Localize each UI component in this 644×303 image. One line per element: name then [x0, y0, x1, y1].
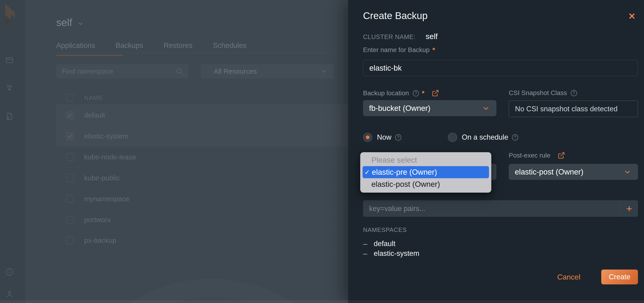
table-header: NAME — [56, 91, 381, 104]
namespace-table: NAME default elastic-system kube-node-le… — [56, 91, 381, 251]
post-exec-rule-select[interactable]: elastic-post (Owner) — [509, 164, 638, 180]
user-icon[interactable] — [5, 290, 14, 299]
labels-input[interactable] — [363, 204, 620, 213]
namespace-name: default — [84, 111, 105, 119]
search-input[interactable] — [56, 68, 176, 75]
external-link-icon[interactable] — [431, 89, 439, 97]
post-exec-rule-label-text: Post-exec rule — [509, 152, 550, 159]
backup-name-field — [363, 60, 638, 76]
row-checkbox[interactable] — [66, 111, 74, 119]
required-asterisk: * — [432, 46, 435, 54]
external-link-icon[interactable] — [557, 152, 565, 160]
menu-item-elastic-post[interactable]: elastic-post (Owner) — [360, 178, 491, 190]
selected-namespace-name: default — [374, 240, 395, 248]
info-icon[interactable] — [5, 268, 14, 276]
close-icon[interactable]: ✕ — [626, 11, 638, 22]
select-all-checkbox[interactable] — [66, 94, 74, 102]
drawer-title: Create Backup — [363, 10, 428, 22]
list-item: – default — [363, 239, 419, 249]
table-row[interactable]: px-backup — [56, 230, 381, 251]
namespace-name: elastic-system — [84, 132, 128, 140]
csi-snapshot-value-box: No CSI snapshot class detected — [509, 100, 638, 117]
check-icon: ✓ — [364, 168, 372, 176]
chevron-down-icon — [320, 68, 328, 75]
namespace-name: px-backup — [84, 236, 116, 244]
backup-name-label-text: Enter name for Backup — [363, 46, 430, 54]
drawer-footer: Cancel Create — [557, 268, 638, 286]
tab-schedules[interactable]: Schedules — [213, 41, 246, 55]
cluster-name-label: CLUSTER NAME: — [363, 34, 416, 41]
radio-now[interactable] — [363, 133, 372, 142]
resource-filter-value: All Resources — [214, 68, 257, 75]
cluster-name-text: self — [56, 17, 72, 28]
add-label-button[interactable]: + — [620, 200, 638, 217]
selected-namespace-name: elastic-system — [374, 249, 419, 258]
tab-backups[interactable]: Backups — [116, 41, 143, 55]
table-row[interactable]: elastic-system — [56, 126, 381, 146]
radio-on-schedule-label: On a schedule — [462, 133, 508, 142]
table-row[interactable]: portworx — [56, 209, 381, 230]
csi-snapshot-value: No CSI snapshot class detected — [515, 105, 618, 113]
radio-option-on-schedule[interactable]: On a schedule — [448, 133, 518, 142]
dash-icon: – — [363, 249, 374, 258]
help-icon[interactable] — [395, 134, 401, 140]
table-row[interactable]: kube-public — [56, 167, 381, 188]
license-certificate-icon[interactable] — [5, 112, 14, 121]
tab-restores[interactable]: Restores — [164, 41, 192, 55]
list-item: – elastic-system — [363, 249, 419, 258]
menu-item-elastic-pre[interactable]: ✓ elastic-pre (Owner) — [362, 166, 489, 178]
table-row[interactable]: default — [56, 104, 381, 126]
row-checkbox[interactable] — [66, 216, 74, 224]
row-checkbox[interactable] — [66, 236, 74, 244]
namespace-name: mynamespace — [84, 195, 130, 203]
create-button[interactable]: Create — [601, 270, 638, 284]
create-backup-drawer: Create Backup ✕ CLUSTER NAME: self Enter… — [348, 0, 644, 303]
post-exec-rule-label: Post-exec rule — [509, 152, 565, 160]
row-checkbox[interactable] — [66, 174, 74, 182]
csi-snapshot-label-text: CSI Snapshot Class — [509, 89, 567, 97]
backup-name-input[interactable] — [363, 60, 638, 76]
namespaces-section-label: NAMESPACES — [363, 226, 407, 234]
cluster-name-value: self — [426, 32, 438, 41]
page-title[interactable]: self — [56, 17, 84, 28]
radio-option-now[interactable]: Now — [363, 133, 401, 142]
namespace-name: kube-public — [84, 174, 120, 182]
backup-labels-field: + — [363, 200, 638, 217]
name-column-header: NAME — [84, 94, 103, 102]
horizontal-scrollbar[interactable] — [0, 300, 644, 303]
portworx-logo[interactable] — [5, 4, 15, 28]
radio-tower-icon[interactable] — [5, 83, 14, 92]
cancel-button[interactable]: Cancel — [557, 273, 580, 282]
row-checkbox[interactable] — [66, 132, 74, 140]
backup-location-value: fb-bucket (Owner) — [369, 104, 430, 113]
row-checkbox[interactable] — [66, 153, 74, 161]
chevron-down-icon — [482, 104, 490, 113]
namespace-name: portworx — [84, 216, 111, 224]
namespace-search — [56, 64, 188, 78]
cluster-name-row: CLUSTER NAME: self — [363, 32, 438, 41]
help-icon[interactable] — [413, 90, 419, 96]
backup-name-label: Enter name for Backup* — [363, 46, 435, 54]
backup-location-select[interactable]: fb-bucket (Owner) — [363, 100, 496, 116]
radio-now-label: Now — [377, 133, 391, 142]
namespace-name: kube-node-lease — [84, 153, 136, 161]
schedule-radio-group: Now On a schedule — [363, 132, 638, 142]
resource-filter-select[interactable]: All Resources — [201, 64, 334, 78]
row-checkbox[interactable] — [66, 195, 74, 203]
menu-item-placeholder[interactable]: Please select — [360, 154, 491, 166]
tab-applications[interactable]: Applications — [56, 41, 95, 55]
backup-location-label: Backup location* — [363, 89, 439, 97]
table-row[interactable]: mynamespace — [56, 188, 381, 209]
sidebar — [0, 0, 26, 303]
help-icon[interactable] — [571, 90, 577, 96]
chevron-down-icon — [623, 168, 632, 176]
radio-on-schedule[interactable] — [448, 133, 457, 142]
background-watermark — [60, 279, 362, 303]
app-window-icon[interactable] — [5, 56, 14, 64]
pre-exec-rule-dropdown-menu: Please select ✓ elastic-pre (Owner) elas… — [360, 152, 491, 193]
table-row[interactable]: kube-node-lease — [56, 146, 381, 167]
backup-location-label-text: Backup location — [363, 90, 409, 97]
csi-snapshot-label: CSI Snapshot Class — [509, 89, 577, 97]
help-icon[interactable] — [512, 134, 518, 140]
required-asterisk: * — [422, 89, 424, 97]
